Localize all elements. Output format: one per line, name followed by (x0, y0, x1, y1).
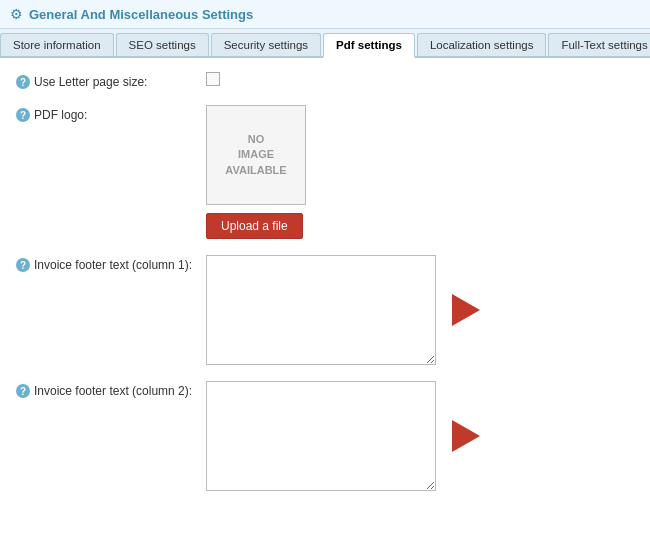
invoice-footer-2-row: ? Invoice footer text (column 2): (16, 381, 634, 491)
tab-seo-settings[interactable]: SEO settings (116, 33, 209, 56)
pdf-logo-control: NOIMAGEAVAILABLE Upload a file (206, 105, 634, 239)
use-letter-label: Use Letter page size: (34, 75, 147, 89)
pdf-logo-row: ? PDF logo: NOIMAGEAVAILABLE Upload a fi… (16, 105, 634, 239)
pdf-logo-label-container: ? PDF logo: (16, 105, 206, 122)
invoice-footer-2-label: Invoice footer text (column 2): (34, 384, 192, 398)
use-letter-control (206, 72, 634, 89)
invoice-footer-1-textarea-row (206, 255, 634, 365)
settings-icon: ⚙ (10, 6, 23, 22)
invoice-footer-2-textarea-row (206, 381, 634, 491)
tab-pdf-settings[interactable]: Pdf settings (323, 33, 415, 58)
invoice-footer-2-arrow (452, 420, 480, 452)
pdf-logo-label: PDF logo: (34, 108, 87, 122)
use-letter-help-icon[interactable]: ? (16, 75, 30, 89)
invoice-footer-1-textarea[interactable] (206, 255, 436, 365)
invoice-footer-2-help-icon[interactable]: ? (16, 384, 30, 398)
invoice-footer-1-control (206, 255, 634, 365)
use-letter-label-container: ? Use Letter page size: (16, 72, 206, 89)
invoice-footer-1-row: ? Invoice footer text (column 1): (16, 255, 634, 365)
invoice-footer-1-help-icon[interactable]: ? (16, 258, 30, 272)
tabs-bar: Store information SEO settings Security … (0, 29, 650, 58)
title-bar: ⚙ General And Miscellaneous Settings (0, 0, 650, 29)
invoice-footer-2-textarea[interactable] (206, 381, 436, 491)
tab-localization-settings[interactable]: Localization settings (417, 33, 547, 56)
tab-full-text-settings[interactable]: Full-Text settings (548, 33, 650, 56)
pdf-logo-help-icon[interactable]: ? (16, 108, 30, 122)
invoice-footer-1-label-container: ? Invoice footer text (column 1): (16, 255, 206, 272)
use-letter-checkbox[interactable] (206, 72, 220, 86)
use-letter-page-size-row: ? Use Letter page size: (16, 72, 634, 89)
tab-store-information[interactable]: Store information (0, 33, 114, 56)
upload-file-button[interactable]: Upload a file (206, 213, 303, 239)
content-area: ? Use Letter page size: ? PDF logo: NOIM… (0, 58, 650, 521)
invoice-footer-1-label: Invoice footer text (column 1): (34, 258, 192, 272)
invoice-footer-2-control (206, 381, 634, 491)
invoice-footer-2-label-container: ? Invoice footer text (column 2): (16, 381, 206, 398)
pdf-logo-placeholder: NOIMAGEAVAILABLE (206, 105, 306, 205)
tab-security-settings[interactable]: Security settings (211, 33, 321, 56)
invoice-footer-1-arrow (452, 294, 480, 326)
page-title: General And Miscellaneous Settings (29, 7, 253, 22)
